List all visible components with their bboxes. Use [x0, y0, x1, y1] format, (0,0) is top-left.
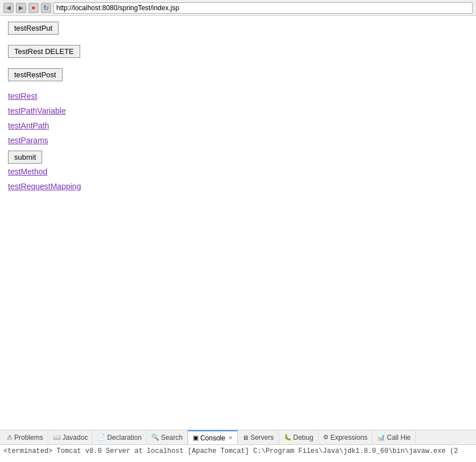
testrest-link[interactable]: testRest	[8, 91, 468, 101]
console-terminated-text: <terminated> Tomcat v8.0 Server at local…	[3, 447, 458, 455]
testrestpost-button[interactable]: testRestPost	[8, 68, 63, 81]
tab-expressions-label: Expressions	[330, 434, 367, 442]
testrestdelete-row: TestRest DELETE	[8, 45, 468, 59]
bottom-panel: ⚠ Problems 📖 Javadoc 📄 Declaration 🔍 Sea…	[0, 430, 476, 462]
testmethod-link[interactable]: testMethod	[8, 167, 468, 176]
callhie-icon: 📊	[377, 434, 385, 441]
tab-expressions[interactable]: ⚙ Expressions	[318, 430, 372, 445]
back-button[interactable]	[3, 3, 14, 13]
problems-icon: ⚠	[7, 434, 13, 441]
javadoc-icon: 📖	[53, 434, 61, 441]
tab-callhie-label: Call Hie	[387, 434, 411, 442]
console-close-icon[interactable]: ✕	[228, 435, 233, 441]
testrequestmapping-link[interactable]: testRequestMapping	[8, 182, 468, 191]
submit-section: submit testMethod	[8, 151, 468, 176]
tab-debug[interactable]: 🐛 Debug	[279, 430, 318, 445]
search-icon: 🔍	[151, 434, 159, 441]
tab-problems-label: Problems	[14, 434, 43, 442]
stop-button[interactable]	[28, 3, 39, 13]
tab-servers[interactable]: 🖥 Servers	[238, 430, 279, 445]
testrestpost-row: testRestPost	[8, 68, 468, 82]
tab-javadoc[interactable]: 📖 Javadoc	[48, 430, 93, 445]
servers-icon: 🖥	[242, 434, 249, 441]
tab-search-label: Search	[161, 434, 183, 442]
debug-icon: 🐛	[284, 434, 292, 441]
submit-button[interactable]: submit	[8, 151, 42, 164]
expressions-icon: ⚙	[323, 434, 329, 441]
browser-toolbar	[0, 0, 476, 16]
testrestdelete-button[interactable]: TestRest DELETE	[8, 45, 80, 58]
tab-console-label: Console	[200, 434, 225, 442]
tab-console[interactable]: ▣ Console ✕	[188, 430, 238, 445]
testrestput-button[interactable]: testRestPut	[8, 22, 59, 35]
tab-declaration[interactable]: 📄 Declaration	[93, 430, 147, 445]
tab-search[interactable]: 🔍 Search	[147, 430, 188, 445]
testantpath-link[interactable]: testAntPath	[8, 121, 468, 130]
tab-servers-label: Servers	[250, 434, 274, 442]
main-content-wrapper: testRestPut TestRest DELETE testRestPost…	[0, 16, 476, 430]
forward-button[interactable]	[16, 3, 26, 13]
tab-problems[interactable]: ⚠ Problems	[2, 430, 48, 445]
tab-debug-label: Debug	[293, 434, 313, 442]
main-content: testRestPut TestRest DELETE testRestPost…	[0, 16, 476, 202]
testrestput-row: testRestPut	[8, 22, 468, 36]
testpathvariable-link[interactable]: testPathVariable	[8, 106, 468, 115]
console-icon: ▣	[193, 434, 198, 442]
tab-bar: ⚠ Problems 📖 Javadoc 📄 Declaration 🔍 Sea…	[0, 430, 476, 445]
testparams-link[interactable]: testParams	[8, 136, 468, 145]
tab-declaration-label: Declaration	[107, 434, 142, 442]
declaration-icon: 📄	[97, 434, 105, 441]
console-content: <terminated> Tomcat v8.0 Server at local…	[0, 445, 476, 462]
refresh-button[interactable]	[41, 3, 51, 13]
tab-javadoc-label: Javadoc	[63, 434, 88, 442]
address-bar[interactable]	[53, 2, 473, 14]
tab-callhie[interactable]: 📊 Call Hie	[372, 430, 416, 445]
